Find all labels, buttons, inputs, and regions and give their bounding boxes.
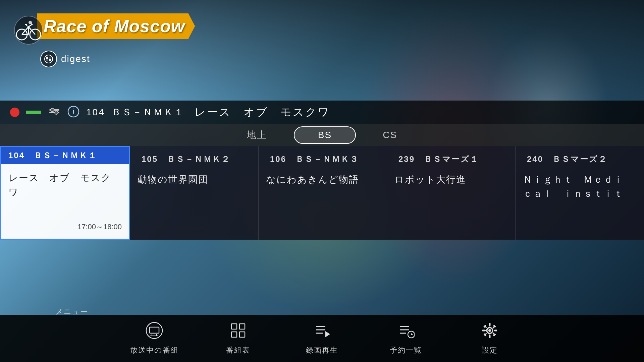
nav-label-recording: 録画再生: [306, 345, 338, 355]
list-clock-icon: [397, 322, 415, 343]
nav-label-broadcast: 放送中の番組: [130, 345, 179, 355]
channel-card-2[interactable]: 105 ＢＳ－ＮＭＫ２ 動物の世界園団: [130, 146, 259, 240]
svg-rect-14: [49, 57, 51, 59]
svg-rect-12: [45, 55, 53, 63]
svg-text:i: i: [72, 108, 74, 115]
info-icon: i: [67, 106, 79, 119]
channel-number-4: 239 ＢＳマーズ１: [394, 153, 508, 166]
svg-rect-15: [46, 59, 48, 61]
svg-point-11: [29, 21, 32, 24]
channel-card-1[interactable]: 104 ＢＳ－ＮＭＫ１ レース オブ モスクワ 17:00～18:00: [0, 146, 130, 240]
tab-bs[interactable]: BS: [294, 126, 356, 144]
program-title-1: レース オブ モスクワ: [8, 171, 122, 222]
tab-bar: 地上 BS CS: [0, 124, 644, 146]
svg-rect-47: [482, 330, 485, 331]
channel-name: ＢＳ－ＮＭＫ１: [112, 106, 184, 119]
tab-terrestrial[interactable]: 地上: [220, 125, 294, 145]
program-title-3: なにわあきんど物語: [266, 173, 379, 233]
channel-card-4[interactable]: 239 ＢＳマーズ１ ロボット大行進: [387, 146, 516, 240]
channel-number-1: 104 ＢＳ－ＮＭＫ１: [1, 147, 129, 164]
nav-item-program-guide[interactable]: 番組表: [196, 322, 280, 355]
nav-label-guide: 番組表: [226, 345, 250, 355]
digest-area: digest: [40, 51, 195, 67]
nav-item-reservations[interactable]: 予約一覧: [364, 322, 448, 355]
current-program-name: レース オブ モスクワ: [195, 105, 330, 120]
channel-info: 104: [86, 107, 105, 118]
signal-bar: [26, 111, 41, 114]
digest-icon: [40, 51, 57, 67]
gear-icon: [481, 322, 498, 343]
channel-grid: 104 ＢＳ－ＮＭＫ１ レース オブ モスクワ 17:00～18:00 105 …: [0, 146, 644, 240]
settings-icon[interactable]: [48, 106, 61, 119]
title-area: Race of Moscow digest: [13, 13, 195, 67]
record-indicator: [10, 108, 19, 117]
svg-point-44: [488, 329, 491, 332]
cycling-logo-icon: [13, 15, 44, 45]
svg-point-20: [55, 111, 58, 114]
svg-rect-13: [46, 57, 48, 59]
channel-number-3: 106 ＢＳ－ＮＭＫ３: [266, 153, 379, 166]
svg-rect-28: [231, 324, 237, 329]
svg-rect-24: [150, 327, 159, 333]
channel-number-2: 105 ＢＳ－ＮＭＫ２: [138, 153, 251, 166]
svg-marker-35: [325, 331, 330, 337]
program-title-5: Ｎｉｇｈｔ Ｍｅｄｉｃａｌ ｉｎｓｔｉｔ: [523, 173, 636, 233]
svg-rect-30: [231, 332, 237, 337]
status-bar: i 104 ＢＳ－ＮＭＫ１ レース オブ モスクワ: [0, 101, 644, 124]
time-slot-1: 17:00～18:00: [8, 222, 122, 232]
digest-label: digest: [61, 54, 90, 64]
nav-item-settings[interactable]: 設定: [448, 322, 532, 355]
channel-card-3[interactable]: 106 ＢＳ－ＮＭＫ３ なにわあきんど物語: [259, 146, 387, 240]
nav-label-reservations: 予約一覧: [390, 345, 422, 355]
program-title-4: ロボット大行進: [394, 173, 508, 233]
list-play-icon: [313, 322, 331, 343]
nav-label-settings: 設定: [482, 345, 498, 355]
svg-rect-29: [239, 324, 245, 329]
svg-rect-31: [239, 332, 245, 337]
svg-point-19: [51, 108, 54, 112]
svg-rect-16: [49, 59, 51, 61]
svg-rect-48: [494, 330, 497, 331]
channel-card-5[interactable]: 240 ＢＳマーズ２ Ｎｉｇｈｔ Ｍｅｄｉｃａｌ ｉｎｓｔｉｔ: [516, 146, 644, 240]
program-title-2: 動物の世界園団: [138, 173, 251, 233]
svg-rect-45: [489, 323, 491, 326]
channel-number-5: 240 ＢＳマーズ２: [523, 153, 636, 166]
race-title-text: Race of Moscow: [44, 16, 185, 36]
race-title-banner: Race of Moscow: [37, 13, 195, 39]
tv-icon: [146, 322, 163, 343]
nav-item-current-broadcast[interactable]: 放送中の番組: [112, 322, 196, 355]
svg-rect-46: [489, 335, 491, 338]
nav-item-recording[interactable]: 録画再生: [280, 322, 364, 355]
tab-cs[interactable]: CS: [356, 126, 424, 144]
grid-icon: [229, 322, 247, 343]
bottom-nav: 放送中の番組 番組表 録画再生: [0, 315, 644, 362]
